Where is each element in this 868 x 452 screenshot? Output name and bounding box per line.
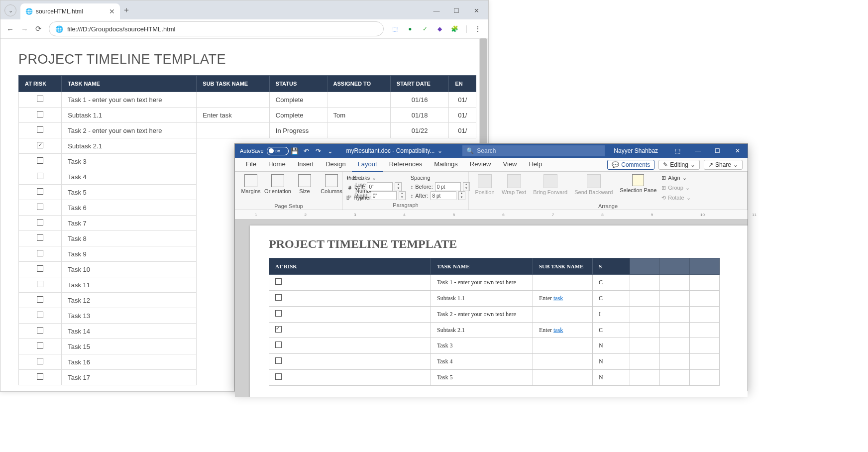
extensions-icon[interactable]: 🧩 xyxy=(450,24,459,33)
browser-tab[interactable]: 🌐 sourceHTML.html ✕ xyxy=(20,3,120,19)
checkbox[interactable] xyxy=(37,312,43,318)
spacing-before[interactable]: ↕ Before:0 pt▲▼ xyxy=(411,182,470,191)
tab-close-icon[interactable]: ✕ xyxy=(109,7,115,15)
columns-button[interactable]: Columns xyxy=(320,173,343,195)
reload-button[interactable]: ⟳ xyxy=(35,24,42,33)
ext-icon-1[interactable]: ⬚ xyxy=(391,24,400,33)
ribbon-tab-review[interactable]: Review xyxy=(464,157,497,171)
bring-forward-button: Bring Forward xyxy=(531,173,569,196)
ruler[interactable]: 1234567891011 xyxy=(235,210,748,220)
save-icon[interactable]: 💾 xyxy=(291,147,299,155)
cell-task: Task 13 xyxy=(62,308,197,324)
qat-dropdown-icon[interactable]: ⌄ xyxy=(326,147,334,155)
ribbon-display-icon[interactable]: ⬚ xyxy=(668,144,688,158)
ribbon-tab-mailings[interactable]: Mailings xyxy=(428,157,464,171)
ribbon-tab-view[interactable]: View xyxy=(497,157,523,171)
checkbox[interactable] xyxy=(37,126,43,133)
ext-icon-3[interactable]: ✓ xyxy=(421,24,430,33)
cell-task: Task 5 xyxy=(431,370,533,386)
table-row: Subtask 1.1Enter taskC xyxy=(269,291,720,307)
checkbox[interactable] xyxy=(275,310,282,317)
selection-pane-button[interactable]: Selection Pane xyxy=(618,173,658,194)
checkbox[interactable] xyxy=(37,327,43,334)
back-button[interactable]: ← xyxy=(6,25,14,33)
checkbox[interactable] xyxy=(37,111,43,117)
tab-search-button[interactable]: ⌄ xyxy=(4,4,16,16)
cell-task: Task 9 xyxy=(62,246,197,262)
document-area[interactable]: PROJECT TIMELINE TEMPLATE AT RISKTASK NA… xyxy=(235,220,748,397)
size-button[interactable]: Size xyxy=(293,173,317,195)
scrollbar-thumb[interactable] xyxy=(480,38,487,148)
checkbox[interactable] xyxy=(37,96,43,102)
ribbon-tab-design[interactable]: Design xyxy=(320,157,351,171)
column-header: SUB TASK NAME xyxy=(197,76,270,92)
column-header: TASK NAME xyxy=(62,76,197,92)
checkbox[interactable] xyxy=(37,204,43,210)
word-maximize-button[interactable]: ☐ xyxy=(708,144,728,158)
ribbon-tab-help[interactable]: Help xyxy=(523,157,548,171)
browser-close-button[interactable]: ✕ xyxy=(470,4,482,16)
checkbox[interactable] xyxy=(37,142,43,148)
checkbox[interactable] xyxy=(275,278,282,285)
cell-task: Task 2 - enter your own text here xyxy=(431,307,533,323)
autosave-toggle[interactable]: AutoSave Off xyxy=(240,147,289,155)
checkbox[interactable] xyxy=(37,234,43,241)
address-input[interactable]: 🌐 file:///D:/Groupdocs/sourceHTML.html xyxy=(49,21,384,36)
checkbox[interactable] xyxy=(37,373,43,380)
checkbox[interactable] xyxy=(37,342,43,349)
checkbox[interactable] xyxy=(37,296,43,303)
spacing-after[interactable]: ↕ After:8 pt▲▼ xyxy=(411,191,470,200)
word-close-button[interactable]: ✕ xyxy=(728,144,748,158)
checkbox[interactable] xyxy=(275,326,282,333)
comments-button[interactable]: 💬 Comments xyxy=(607,160,654,170)
ext-icon-2[interactable]: ● xyxy=(406,24,415,33)
align-button[interactable]: ⊞ Align ⌄ xyxy=(661,173,690,182)
table-row: Subtask 1.1Enter taskCompleteTom01/1801/ xyxy=(19,108,476,123)
column-header-narrow xyxy=(660,258,690,275)
checkbox[interactable] xyxy=(37,358,43,364)
share-button[interactable]: ↗ Share ⌄ xyxy=(704,160,743,170)
checkbox[interactable] xyxy=(275,294,282,301)
checkbox[interactable] xyxy=(37,188,43,195)
checkbox[interactable] xyxy=(37,250,43,256)
checkbox[interactable] xyxy=(37,173,43,179)
undo-icon[interactable]: ↶ xyxy=(303,147,311,155)
margins-button[interactable]: Margins xyxy=(239,173,263,195)
checkbox[interactable] xyxy=(275,373,282,380)
ribbon-tab-references[interactable]: References xyxy=(383,157,428,171)
user-name[interactable]: Nayyer Shahbaz xyxy=(614,147,658,154)
ribbon-tab-layout[interactable]: Layout xyxy=(352,157,383,172)
ribbon-tab-home[interactable]: Home xyxy=(262,157,292,171)
word-search[interactable]: 🔍 Search xyxy=(462,145,605,156)
editing-button[interactable]: ✎ Editing ⌄ xyxy=(658,160,700,170)
new-tab-button[interactable]: ＋ xyxy=(122,5,131,14)
indent-right[interactable]: ← Right:0"▲▼ xyxy=(347,191,406,200)
word-minimize-button[interactable]: — xyxy=(688,144,708,158)
word-titlebar: AutoSave Off 💾 ↶ ↷ ⌄ myResultant.doc - C… xyxy=(235,144,748,158)
ribbon-tab-insert[interactable]: Insert xyxy=(292,157,320,171)
indent-left[interactable]: → Left:0"▲▼ xyxy=(347,182,406,191)
ribbon-tab-file[interactable]: File xyxy=(240,157,262,171)
checkbox[interactable] xyxy=(275,341,282,348)
checkbox[interactable] xyxy=(37,281,43,287)
cell-narrow xyxy=(660,370,690,386)
cell-sub xyxy=(533,338,593,354)
cell-narrow xyxy=(630,275,660,291)
table-row: Task 1 - enter your own text hereComplet… xyxy=(19,92,476,108)
checkbox[interactable] xyxy=(37,265,43,272)
cell-narrow xyxy=(660,323,690,338)
orientation-button[interactable]: Orientation xyxy=(266,173,290,195)
checkbox[interactable] xyxy=(37,219,43,226)
chrome-menu-icon[interactable]: ⋮ xyxy=(473,24,482,33)
browser-minimize-button[interactable]: — xyxy=(431,4,442,16)
cell-task: Task 3 xyxy=(431,338,533,354)
checkbox[interactable] xyxy=(37,157,43,164)
redo-icon[interactable]: ↷ xyxy=(315,147,323,155)
ext-icon-4[interactable]: ◆ xyxy=(435,24,444,33)
forward-button[interactable]: → xyxy=(21,25,28,33)
browser-maximize-button[interactable]: ☐ xyxy=(450,4,462,16)
title-dropdown-icon[interactable]: ⌄ xyxy=(437,147,442,154)
checkbox[interactable] xyxy=(275,357,282,364)
indent-label: Indent xyxy=(347,173,406,182)
cell-narrow xyxy=(630,354,660,370)
